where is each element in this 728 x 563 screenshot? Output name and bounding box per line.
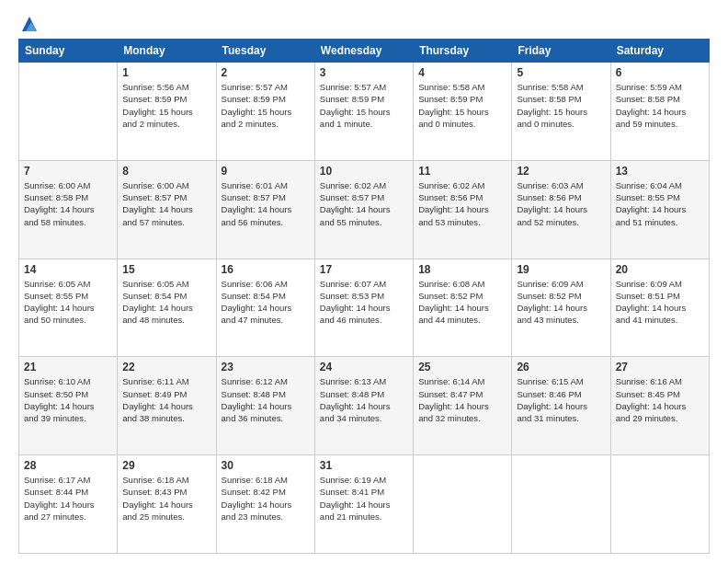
- logo: [18, 15, 39, 29]
- day-info: Sunrise: 5:58 AMSunset: 8:59 PMDaylight:…: [418, 81, 506, 130]
- day-info: Sunrise: 5:57 AMSunset: 8:59 PMDaylight:…: [320, 81, 408, 130]
- calendar-cell: 29Sunrise: 6:18 AMSunset: 8:43 PMDayligh…: [118, 455, 216, 554]
- calendar-cell: 14Sunrise: 6:05 AMSunset: 8:55 PMDayligh…: [19, 259, 118, 357]
- day-info: Sunrise: 6:09 AMSunset: 8:51 PMDaylight:…: [616, 278, 704, 327]
- day-number: 30: [222, 459, 310, 472]
- day-number: 9: [222, 165, 310, 178]
- day-info: Sunrise: 5:56 AMSunset: 8:59 PMDaylight:…: [122, 81, 210, 130]
- day-number: 4: [418, 66, 506, 79]
- week-row-5: 28Sunrise: 6:17 AMSunset: 8:44 PMDayligh…: [19, 455, 710, 554]
- calendar-cell: 4Sunrise: 5:58 AMSunset: 8:59 PMDaylight…: [414, 63, 512, 161]
- day-number: 14: [24, 263, 112, 276]
- day-info: Sunrise: 6:04 AMSunset: 8:55 PMDaylight:…: [616, 179, 704, 228]
- day-number: 12: [517, 165, 605, 178]
- calendar-cell: 17Sunrise: 6:07 AMSunset: 8:53 PMDayligh…: [314, 259, 413, 357]
- calendar-cell: 22Sunrise: 6:11 AMSunset: 8:49 PMDayligh…: [118, 357, 216, 455]
- day-info: Sunrise: 6:14 AMSunset: 8:47 PMDaylight:…: [418, 375, 506, 424]
- calendar-cell: 10Sunrise: 6:02 AMSunset: 8:57 PMDayligh…: [314, 160, 413, 259]
- logo-icon: [20, 15, 39, 33]
- day-info: Sunrise: 6:09 AMSunset: 8:52 PMDaylight:…: [517, 278, 605, 327]
- calendar-cell: 16Sunrise: 6:06 AMSunset: 8:54 PMDayligh…: [216, 259, 314, 357]
- day-number: 29: [122, 459, 210, 472]
- calendar-cell: 18Sunrise: 6:08 AMSunset: 8:52 PMDayligh…: [414, 259, 512, 357]
- calendar-cell: 8Sunrise: 6:00 AMSunset: 8:57 PMDaylight…: [118, 160, 216, 259]
- weekday-sunday: Sunday: [19, 40, 118, 63]
- day-number: 8: [122, 165, 210, 178]
- calendar-cell: 5Sunrise: 5:58 AMSunset: 8:58 PMDaylight…: [512, 63, 610, 161]
- weekday-wednesday: Wednesday: [314, 40, 413, 63]
- calendar-cell: [610, 455, 709, 554]
- calendar-cell: 28Sunrise: 6:17 AMSunset: 8:44 PMDayligh…: [19, 455, 118, 554]
- weekday-saturday: Saturday: [610, 40, 709, 63]
- day-number: 15: [122, 263, 210, 276]
- day-info: Sunrise: 6:08 AMSunset: 8:52 PMDaylight:…: [418, 278, 506, 327]
- calendar-cell: [414, 455, 512, 554]
- day-number: 19: [517, 263, 605, 276]
- day-info: Sunrise: 6:03 AMSunset: 8:56 PMDaylight:…: [517, 179, 605, 228]
- day-number: 10: [320, 165, 408, 178]
- week-row-2: 7Sunrise: 6:00 AMSunset: 8:58 PMDaylight…: [19, 160, 710, 259]
- day-info: Sunrise: 6:13 AMSunset: 8:48 PMDaylight:…: [320, 375, 408, 424]
- day-number: 28: [24, 459, 112, 472]
- weekday-friday: Friday: [512, 40, 610, 63]
- weekday-monday: Monday: [118, 40, 216, 63]
- day-info: Sunrise: 6:07 AMSunset: 8:53 PMDaylight:…: [320, 278, 408, 327]
- calendar-cell: [19, 63, 118, 161]
- day-info: Sunrise: 6:18 AMSunset: 8:43 PMDaylight:…: [122, 474, 210, 523]
- day-info: Sunrise: 6:16 AMSunset: 8:45 PMDaylight:…: [616, 375, 704, 424]
- day-info: Sunrise: 6:11 AMSunset: 8:49 PMDaylight:…: [122, 375, 210, 424]
- weekday-header-row: SundayMondayTuesdayWednesdayThursdayFrid…: [19, 40, 710, 63]
- day-number: 2: [222, 66, 310, 79]
- day-info: Sunrise: 5:57 AMSunset: 8:59 PMDaylight:…: [222, 81, 310, 130]
- day-number: 18: [418, 263, 506, 276]
- calendar-cell: 23Sunrise: 6:12 AMSunset: 8:48 PMDayligh…: [216, 357, 314, 455]
- calendar-cell: 31Sunrise: 6:19 AMSunset: 8:41 PMDayligh…: [314, 455, 413, 554]
- calendar-cell: 2Sunrise: 5:57 AMSunset: 8:59 PMDaylight…: [216, 63, 314, 161]
- calendar-cell: 15Sunrise: 6:05 AMSunset: 8:54 PMDayligh…: [118, 259, 216, 357]
- day-number: 5: [517, 66, 605, 79]
- calendar-cell: 27Sunrise: 6:16 AMSunset: 8:45 PMDayligh…: [610, 357, 709, 455]
- day-info: Sunrise: 5:59 AMSunset: 8:58 PMDaylight:…: [616, 81, 704, 130]
- day-number: 21: [24, 361, 112, 373]
- day-number: 27: [616, 361, 704, 373]
- weekday-thursday: Thursday: [414, 40, 512, 63]
- day-number: 24: [320, 361, 408, 373]
- day-info: Sunrise: 6:10 AMSunset: 8:50 PMDaylight:…: [24, 375, 112, 424]
- calendar-cell: 7Sunrise: 6:00 AMSunset: 8:58 PMDaylight…: [19, 160, 118, 259]
- day-number: 1: [122, 66, 210, 79]
- week-row-3: 14Sunrise: 6:05 AMSunset: 8:55 PMDayligh…: [19, 259, 710, 357]
- day-info: Sunrise: 5:58 AMSunset: 8:58 PMDaylight:…: [517, 81, 605, 130]
- day-number: 20: [616, 263, 704, 276]
- day-info: Sunrise: 6:18 AMSunset: 8:42 PMDaylight:…: [222, 474, 310, 523]
- day-number: 25: [418, 361, 506, 373]
- day-info: Sunrise: 6:01 AMSunset: 8:57 PMDaylight:…: [222, 179, 310, 228]
- calendar-cell: 13Sunrise: 6:04 AMSunset: 8:55 PMDayligh…: [610, 160, 709, 259]
- day-number: 6: [616, 66, 704, 79]
- day-number: 16: [222, 263, 310, 276]
- calendar-cell: 6Sunrise: 5:59 AMSunset: 8:58 PMDaylight…: [610, 63, 709, 161]
- day-number: 31: [320, 459, 408, 472]
- calendar-cell: 19Sunrise: 6:09 AMSunset: 8:52 PMDayligh…: [512, 259, 610, 357]
- day-info: Sunrise: 6:00 AMSunset: 8:57 PMDaylight:…: [122, 179, 210, 228]
- week-row-4: 21Sunrise: 6:10 AMSunset: 8:50 PMDayligh…: [19, 357, 710, 455]
- calendar-cell: 25Sunrise: 6:14 AMSunset: 8:47 PMDayligh…: [414, 357, 512, 455]
- day-number: 23: [222, 361, 310, 373]
- calendar-cell: 26Sunrise: 6:15 AMSunset: 8:46 PMDayligh…: [512, 357, 610, 455]
- week-row-1: 1Sunrise: 5:56 AMSunset: 8:59 PMDaylight…: [19, 63, 710, 161]
- day-number: 17: [320, 263, 408, 276]
- calendar-cell: 3Sunrise: 5:57 AMSunset: 8:59 PMDaylight…: [314, 63, 413, 161]
- calendar-cell: 21Sunrise: 6:10 AMSunset: 8:50 PMDayligh…: [19, 357, 118, 455]
- day-info: Sunrise: 6:00 AMSunset: 8:58 PMDaylight:…: [24, 179, 112, 228]
- page: SundayMondayTuesdayWednesdayThursdayFrid…: [0, 0, 728, 563]
- calendar-cell: 20Sunrise: 6:09 AMSunset: 8:51 PMDayligh…: [610, 259, 709, 357]
- day-number: 11: [418, 165, 506, 178]
- calendar-table: SundayMondayTuesdayWednesdayThursdayFrid…: [18, 39, 710, 554]
- calendar-cell: [512, 455, 610, 554]
- calendar-cell: 24Sunrise: 6:13 AMSunset: 8:48 PMDayligh…: [314, 357, 413, 455]
- day-info: Sunrise: 6:02 AMSunset: 8:57 PMDaylight:…: [320, 179, 408, 228]
- calendar-cell: 1Sunrise: 5:56 AMSunset: 8:59 PMDaylight…: [118, 63, 216, 161]
- day-number: 7: [24, 165, 112, 178]
- header: [18, 15, 710, 29]
- day-info: Sunrise: 6:17 AMSunset: 8:44 PMDaylight:…: [24, 474, 112, 523]
- day-info: Sunrise: 6:12 AMSunset: 8:48 PMDaylight:…: [222, 375, 310, 424]
